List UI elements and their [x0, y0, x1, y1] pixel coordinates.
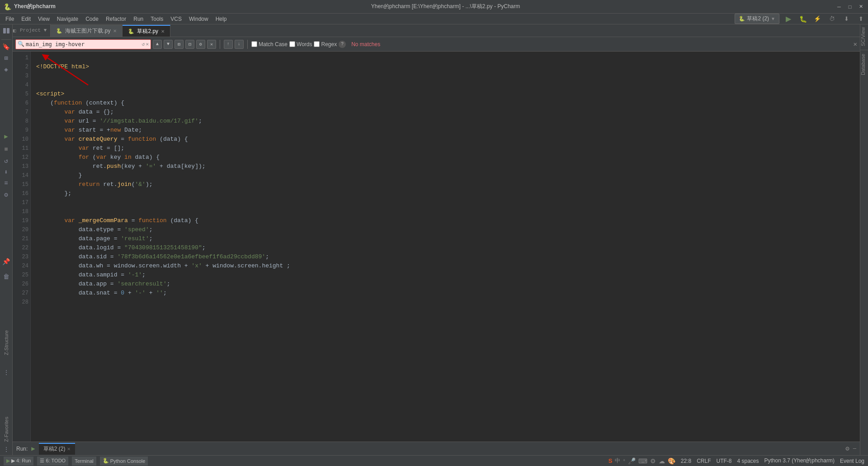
- minimize-button[interactable]: ─: [835, 3, 843, 10]
- menu-refactor[interactable]: Refactor: [102, 14, 130, 24]
- project-breadcrumb: Project ▼: [16, 24, 51, 37]
- caogao-tab-close[interactable]: ✕: [161, 29, 165, 34]
- tab-bar: ◧ Project ▼ 🐍 海贼王图片下载.py ✕ 🐍 草稿2.py ✕: [13, 24, 860, 37]
- ime-settings[interactable]: ⚙: [650, 457, 656, 465]
- todo-status-btn[interactable]: ☰ 6: TODO: [37, 456, 68, 466]
- vcs-commit[interactable]: ⬆: [855, 14, 866, 24]
- search-clear-btn[interactable]: ↺: [142, 41, 145, 47]
- pin-icon[interactable]: 📌: [1, 256, 12, 267]
- ime-cloud[interactable]: ☁: [659, 457, 665, 465]
- run-icon-left[interactable]: ▶: [1, 131, 12, 142]
- project-tab[interactable]: Project ▼: [20, 28, 47, 33]
- ime-kbd-icon[interactable]: ⌨: [638, 457, 647, 465]
- status-encoding[interactable]: UTF-8: [717, 458, 732, 464]
- stop-icon[interactable]: ■: [1, 144, 12, 155]
- tab-haizei[interactable]: 🐍 海贼王图片下载.py ✕: [51, 25, 123, 37]
- search-close-button[interactable]: ✕: [854, 40, 857, 48]
- ime-dot: °: [623, 458, 625, 464]
- nav-icon[interactable]: ⊞: [1, 52, 12, 63]
- code-content[interactable]: <!DOCTYPE html> <script> (function (cont…: [31, 52, 860, 442]
- z-favorites-label[interactable]: Z-Favorites: [3, 415, 10, 444]
- regex-checkbox[interactable]: [314, 41, 320, 47]
- menu-tools[interactable]: Tools: [147, 14, 167, 24]
- run-tab-main[interactable]: 草稿2 (2) ✕: [39, 443, 75, 455]
- close-filter[interactable]: ✕: [207, 40, 216, 49]
- project-panel-toggle[interactable]: ◧: [13, 24, 16, 37]
- haizei-tab-close[interactable]: ✕: [113, 29, 117, 33]
- run-status-btn[interactable]: ▶ ▶ 4: Run: [4, 456, 33, 466]
- project-icon[interactable]: [1, 25, 12, 36]
- menu-view[interactable]: View: [34, 14, 53, 24]
- event-log-label[interactable]: Event Log: [840, 458, 864, 464]
- status-position[interactable]: 22:8: [681, 458, 691, 464]
- terminal-status-btn[interactable]: Terminal: [72, 456, 96, 466]
- statusbar: ▶ ▶ 4: Run ☰ 6: TODO Terminal 🐍 Python C…: [0, 455, 868, 466]
- regex-option[interactable]: Regex: [314, 41, 337, 48]
- multiline-button[interactable]: ⊟: [185, 40, 194, 49]
- run-tab-close[interactable]: ✕: [67, 447, 71, 452]
- content-area: 🔖 ⊞ ◈ ▶ ■ ↺ ⬇ ≡ ⚙ 📌 🗑 Z-Structure ⋮ Z-Fa…: [0, 24, 868, 455]
- settings-icon-left[interactable]: ⚙: [1, 189, 12, 200]
- jump-btn-2[interactable]: ↓: [235, 40, 244, 49]
- maximize-button[interactable]: □: [846, 3, 854, 10]
- more-icon[interactable]: ⋮: [1, 367, 12, 378]
- run-gear-icon[interactable]: ⚙: [845, 445, 849, 452]
- database-label[interactable]: Database: [860, 51, 868, 78]
- search-input-wrapper: 🔍 ↺ ✕: [15, 39, 151, 49]
- run-label: Run:: [16, 446, 28, 452]
- delete-icon[interactable]: 🗑: [1, 271, 12, 282]
- z-structure-label[interactable]: Z-Structure: [3, 328, 10, 357]
- search-close-small[interactable]: ✕: [146, 41, 149, 47]
- menu-vcs[interactable]: VCS: [167, 14, 185, 24]
- menu-file[interactable]: File: [2, 14, 18, 24]
- ime-cn-label[interactable]: 中: [615, 457, 620, 465]
- filter-button[interactable]: ⚙: [196, 40, 205, 49]
- menu-window[interactable]: Window: [185, 14, 212, 24]
- search-input[interactable]: [26, 41, 139, 48]
- find-all-button[interactable]: ⊞: [175, 40, 184, 49]
- code-editor[interactable]: 12345 678910 1112131415 1617181920 21222…: [13, 52, 860, 442]
- menu-edit[interactable]: Edit: [18, 14, 34, 24]
- step-icon[interactable]: ⬇: [1, 166, 12, 177]
- status-python-version[interactable]: Python 3.7 (Yhen的phcharm): [764, 457, 835, 465]
- svg-rect-1: [7, 28, 9, 33]
- run-minimize-button[interactable]: ─: [853, 446, 856, 452]
- prev-match-button[interactable]: ▲: [153, 40, 162, 49]
- vcs-update[interactable]: ⬇: [841, 14, 852, 24]
- close-button[interactable]: ✕: [857, 3, 864, 10]
- status-indent[interactable]: 4 spaces: [737, 458, 759, 464]
- structure-icon[interactable]: 🔖: [1, 41, 12, 52]
- favorites-more[interactable]: ⋮: [1, 444, 12, 455]
- ime-icon[interactable]: S: [609, 457, 613, 464]
- run-config-dropdown[interactable]: 🐍 草稿2 (2) ▼: [735, 14, 779, 24]
- next-match-button[interactable]: ▼: [164, 40, 173, 49]
- filter-icon[interactable]: ≡: [1, 178, 12, 189]
- menu-navigate[interactable]: Navigate: [53, 14, 82, 24]
- caogao-tab-icon: 🐍: [128, 29, 134, 34]
- rerun-icon[interactable]: ↺: [1, 155, 12, 166]
- breakpoints-icon[interactable]: ◈: [1, 64, 12, 75]
- python-console-status-btn[interactable]: 🐍 Python Console: [100, 456, 148, 466]
- words-checkbox[interactable]: [289, 41, 295, 47]
- jump-btn-1[interactable]: ↑: [224, 40, 233, 49]
- menu-code[interactable]: Code: [82, 14, 102, 24]
- menu-help[interactable]: Help: [212, 14, 231, 24]
- search-help-button[interactable]: ?: [339, 41, 346, 48]
- match-case-option[interactable]: Match Case: [251, 41, 288, 48]
- scview-label[interactable]: SC/View: [860, 24, 868, 49]
- run-status-label: ▶ 4: Run: [11, 458, 31, 464]
- coverage-button[interactable]: ⚡: [812, 14, 823, 24]
- ime-mic-icon[interactable]: 🎤: [628, 457, 636, 465]
- terminal-label: Terminal: [75, 458, 94, 464]
- profile-button[interactable]: ⏱: [826, 14, 837, 24]
- tab-caogao[interactable]: 🐍 草稿2.py ✕: [123, 25, 170, 37]
- run-button[interactable]: ▶: [783, 14, 794, 24]
- words-option[interactable]: Words: [289, 41, 312, 48]
- menubar: File Edit View Navigate Code Refactor Ru…: [0, 14, 868, 24]
- menu-run[interactable]: Run: [130, 14, 147, 24]
- caogao-tab-label: 草稿2.py: [137, 28, 158, 35]
- ime-skin[interactable]: 🎨: [668, 457, 675, 465]
- status-line-ending[interactable]: CRLF: [697, 458, 711, 464]
- match-case-checkbox[interactable]: [251, 41, 257, 47]
- debug-button[interactable]: 🐛: [797, 14, 808, 24]
